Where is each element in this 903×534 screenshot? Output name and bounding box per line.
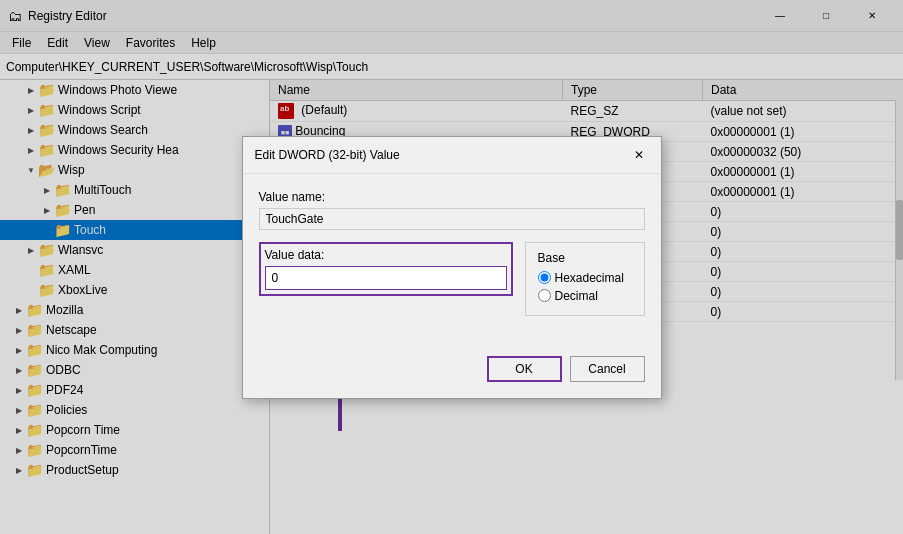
value-data-label: Value data: bbox=[265, 248, 507, 262]
hex-radio[interactable] bbox=[538, 271, 551, 284]
value-data-box: Value data: bbox=[259, 242, 513, 296]
value-data-section: Value data: Base Hexadecimal Decimal bbox=[259, 242, 645, 316]
base-section: Base Hexadecimal Decimal bbox=[525, 242, 645, 316]
hexadecimal-option[interactable]: Hexadecimal bbox=[538, 271, 632, 285]
modal-title: Edit DWORD (32-bit) Value bbox=[255, 148, 400, 162]
modal-title-bar: Edit DWORD (32-bit) Value ✕ bbox=[243, 137, 661, 174]
edit-dword-dialog: Edit DWORD (32-bit) Value ✕ Value name: … bbox=[242, 136, 662, 399]
cancel-button[interactable]: Cancel bbox=[570, 356, 645, 382]
value-data-input[interactable] bbox=[265, 266, 507, 290]
hex-label: Hexadecimal bbox=[555, 271, 624, 285]
decimal-option[interactable]: Decimal bbox=[538, 289, 632, 303]
value-name-label: Value name: bbox=[259, 190, 645, 204]
modal-overlay: Edit DWORD (32-bit) Value ✕ Value name: … bbox=[0, 0, 903, 534]
value-name-field bbox=[259, 208, 645, 230]
modal-close-button[interactable]: ✕ bbox=[629, 145, 649, 165]
modal-body: Value name: Value data: Base Hexadecimal bbox=[243, 174, 661, 348]
dec-radio[interactable] bbox=[538, 289, 551, 302]
modal-footer: OK Cancel bbox=[243, 348, 661, 398]
dec-label: Decimal bbox=[555, 289, 598, 303]
base-label: Base bbox=[538, 251, 632, 265]
ok-button[interactable]: OK bbox=[487, 356, 562, 382]
